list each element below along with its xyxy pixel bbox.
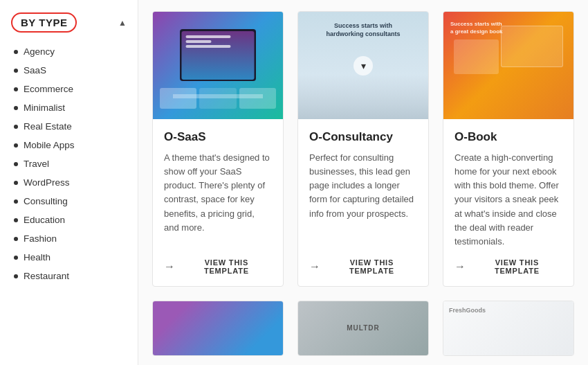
template-name-saas: O-SaaS [164, 130, 272, 144]
templates-grid-bottom: MULTDR FreshGoods [152, 301, 574, 356]
saas-line-3 [186, 45, 231, 48]
sidebar-item-education[interactable]: Education [11, 211, 138, 229]
sidebar-item-label: Real Estate [24, 121, 72, 132]
saas-line-1 [186, 35, 231, 38]
sidebar: BY TYPE ▲ AgencySaaSEcommerceMinimalistR… [0, 0, 138, 365]
sidebar-item-wordpress[interactable]: WordPress [11, 173, 138, 192]
view-template-btn-book[interactable]: →VIEW THIS TEMPLATE [454, 258, 562, 275]
template-footer-book: →VIEW THIS TEMPLATE [443, 249, 573, 286]
bullet-icon [14, 162, 18, 166]
template-thumbnail-saas [153, 12, 283, 119]
view-template-label: VIEW THIS TEMPLATE [181, 258, 272, 275]
sidebar-item-label: SaaS [24, 65, 46, 75]
template-body-saas: O-SaaSA theme that's designed to show of… [153, 119, 283, 249]
shape-3 [239, 88, 276, 109]
partial-thumb-gray: MULTDR [298, 301, 428, 355]
saas-screen [182, 31, 255, 80]
template-card-saas: O-SaaSA theme that's designed to show of… [152, 11, 284, 287]
bullet-icon [14, 199, 18, 204]
shape-2 [199, 88, 236, 109]
sidebar-item-label: Consulting [24, 196, 68, 206]
view-template-btn-consultancy[interactable]: →VIEW THIS TEMPLATE [309, 258, 417, 275]
consult-image: Success starts with hardworking consulta… [298, 12, 428, 119]
bullet-icon [14, 181, 18, 185]
template-thumbnail-book: Success starts with a great design book [443, 12, 573, 119]
template-desc-book: Create a high-converting home for your n… [454, 151, 562, 249]
sidebar-item-mobile-apps[interactable]: Mobile Apps [11, 136, 138, 154]
view-template-btn-saas[interactable]: →VIEW THIS TEMPLATE [164, 258, 272, 275]
partial-card-3[interactable]: FreshGoods [443, 301, 574, 356]
consult-overlay-text: Success starts with hardworking consulta… [322, 22, 405, 38]
template-name-book: O-Book [454, 130, 562, 144]
template-desc-saas: A theme that's designed to show off your… [164, 151, 272, 235]
template-body-consultancy: O-ConsultancyPerfect for consulting busi… [298, 119, 428, 249]
chevron-up-icon[interactable]: ▲ [118, 18, 127, 28]
bullet-icon [14, 106, 18, 110]
partial-thumb-light: FreshGoods [443, 301, 573, 355]
templates-grid: O-SaaSA theme that's designed to show of… [152, 11, 574, 287]
book-device [454, 39, 499, 74]
bullet-icon [14, 256, 18, 260]
template-card-book: Success starts with a great design book … [443, 11, 574, 287]
bullet-icon [14, 143, 18, 148]
sidebar-item-label: Restaurant [24, 271, 69, 281]
thumb-consultancy: Success starts with hardworking consulta… [298, 12, 428, 119]
sidebar-item-ecommerce[interactable]: Ecommerce [11, 80, 138, 98]
template-footer-saas: →VIEW THIS TEMPLATE [153, 249, 283, 286]
bullet-icon [14, 125, 18, 129]
bullet-icon [14, 50, 18, 54]
sidebar-item-label: Travel [24, 159, 49, 169]
saas-line-2 [186, 40, 212, 43]
bullet-icon [14, 218, 18, 222]
main-content: O-SaaSA theme that's designed to show of… [138, 0, 588, 365]
view-template-label: VIEW THIS TEMPLATE [327, 258, 417, 275]
partial-card-2[interactable]: MULTDR [297, 301, 429, 356]
template-desc-consultancy: Perfect for consulting businesses, this … [309, 151, 417, 221]
sidebar-item-travel[interactable]: Travel [11, 154, 138, 173]
bullet-icon [14, 69, 18, 73]
template-thumbnail-consultancy: Success starts with hardworking consulta… [298, 12, 428, 119]
consult-play-icon: ▾ [353, 56, 373, 75]
book-text-overlay: Success starts with a great design book [450, 20, 506, 35]
sidebar-item-restaurant[interactable]: Restaurant [11, 267, 138, 285]
bullet-icon [14, 87, 18, 91]
sidebar-item-health[interactable]: Health [11, 248, 138, 267]
by-type-label: BY TYPE [11, 12, 77, 33]
sidebar-item-label: Health [24, 252, 50, 262]
arrow-icon: → [309, 260, 321, 273]
bullet-icon [14, 274, 18, 278]
sidebar-item-label: Mobile Apps [24, 140, 75, 150]
sidebar-item-saas[interactable]: SaaS [11, 61, 138, 80]
arrow-icon: → [454, 260, 466, 273]
shape-1 [160, 88, 196, 109]
sidebar-item-label: Ecommerce [24, 84, 73, 94]
bullet-icon [14, 237, 18, 241]
sidebar-item-consulting[interactable]: Consulting [11, 192, 138, 211]
sidebar-item-minimalist[interactable]: Minimalist [11, 98, 138, 117]
thumb-book: Success starts with a great design book [443, 12, 573, 119]
sidebar-item-agency[interactable]: Agency [11, 42, 138, 61]
consult-people-bg [298, 74, 428, 119]
thumb-saas [153, 12, 283, 119]
saas-shapes [160, 88, 276, 109]
template-footer-consultancy: →VIEW THIS TEMPLATE [298, 249, 428, 286]
partial-card-1[interactable] [152, 301, 284, 356]
sidebar-item-label: Agency [24, 46, 55, 57]
arrow-icon: → [164, 260, 176, 273]
sidebar-header: BY TYPE ▲ [0, 0, 138, 42]
sidebar-item-fashion[interactable]: Fashion [11, 229, 138, 248]
template-body-book: O-BookCreate a high-converting home for … [443, 119, 573, 249]
sidebar-item-label: Minimalist [24, 103, 65, 113]
sidebar-item-label: Education [24, 215, 65, 225]
sidebar-item-real-estate[interactable]: Real Estate [11, 117, 138, 136]
template-card-consultancy: Success starts with hardworking consulta… [297, 11, 429, 287]
partial-thumb-2-label: MULTDR [347, 324, 379, 332]
book-screen [501, 26, 563, 67]
view-template-label: VIEW THIS TEMPLATE [472, 258, 562, 275]
sidebar-nav-list: AgencySaaSEcommerceMinimalistReal Estate… [0, 42, 138, 285]
template-name-consultancy: O-Consultancy [309, 130, 417, 144]
partial-thumb-purple [153, 301, 283, 355]
sidebar-item-label: Fashion [24, 233, 57, 244]
sidebar-item-label: WordPress [24, 177, 70, 188]
